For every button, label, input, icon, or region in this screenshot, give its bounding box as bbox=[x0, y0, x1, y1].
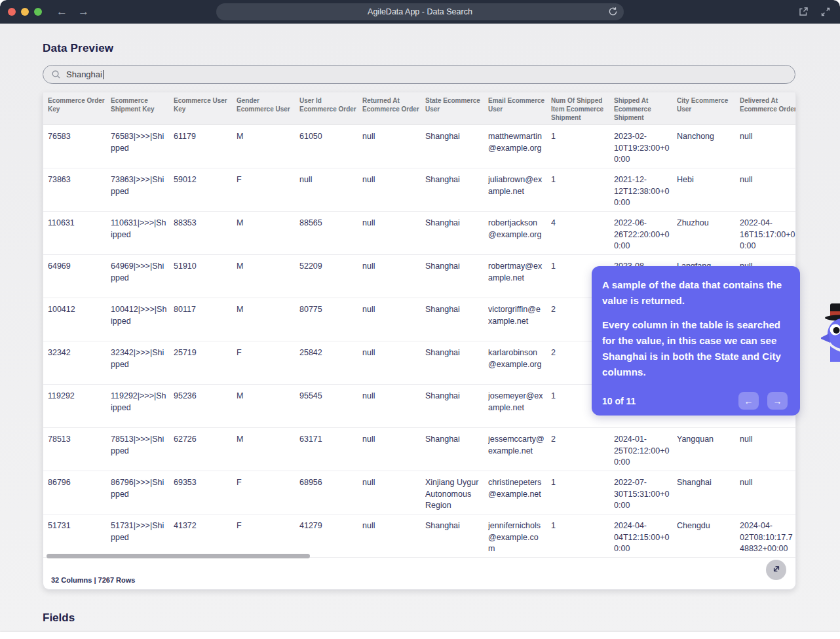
table-cell: 1 bbox=[551, 125, 614, 168]
table-cell: Hebi bbox=[677, 168, 740, 211]
fields-section-title: Fields bbox=[43, 611, 75, 625]
forward-button[interactable]: → bbox=[78, 0, 89, 24]
table-cell: 25842 bbox=[299, 341, 362, 384]
column-header: Ecommerce Order Key bbox=[48, 92, 111, 125]
table-cell: 68956 bbox=[299, 471, 362, 514]
table-cell: 64969|>>>|Shipped bbox=[111, 255, 174, 298]
zoom-window-button[interactable] bbox=[34, 8, 42, 16]
table-row: 7386373863|>>>|Shipped59012FnullnullShan… bbox=[43, 168, 795, 212]
table-cell: null bbox=[362, 298, 425, 341]
table-cell: 64969 bbox=[48, 255, 111, 298]
search-icon bbox=[51, 69, 61, 79]
column-header: Delivered At Ecommerce Order bbox=[740, 92, 796, 125]
horizontal-scrollbar-thumb[interactable] bbox=[47, 554, 310, 558]
expand-table-button[interactable] bbox=[766, 560, 786, 580]
table-cell: 95236 bbox=[174, 385, 237, 427]
table-cell: M bbox=[237, 125, 299, 168]
table-cell: juliabrown@example.net bbox=[488, 168, 551, 211]
url-bar[interactable]: AgileData App - Data Search bbox=[216, 3, 624, 20]
table-cell: Chengdu bbox=[677, 514, 740, 557]
column-header: State Ecommerce User bbox=[425, 92, 488, 125]
table-cell: 2 bbox=[551, 428, 614, 471]
minimize-window-button[interactable] bbox=[21, 8, 29, 16]
table-cell: Shanghai bbox=[425, 168, 488, 211]
window-titlebar: ← → AgileData App - Data Search bbox=[0, 0, 840, 24]
table-cell: Shanghai bbox=[425, 212, 488, 254]
table-cell: 119292 bbox=[48, 385, 111, 427]
table-cell: M bbox=[237, 212, 299, 254]
column-header: Num Of Shipped Item Ecommerce Shipment bbox=[551, 92, 614, 125]
table-cell: 76583|>>>|Shipped bbox=[111, 125, 174, 168]
tooltip-next-button[interactable]: → bbox=[767, 392, 788, 410]
open-external-icon[interactable] bbox=[798, 7, 809, 20]
table-cell: 95545 bbox=[299, 385, 362, 427]
table-cell: 1 bbox=[551, 471, 614, 514]
table-cell: 100412|>>>|Shipped bbox=[111, 298, 174, 341]
table-cell: 69353 bbox=[174, 471, 237, 514]
table-cell: null bbox=[362, 471, 425, 514]
table-cell: robertjackson@example.org bbox=[488, 212, 551, 254]
back-button[interactable]: ← bbox=[56, 0, 67, 24]
table-cell: matthewmartin@example.org bbox=[488, 125, 551, 168]
table-cell: null bbox=[362, 212, 425, 254]
table-cell: Shanghai bbox=[425, 298, 488, 341]
table-cell: 59012 bbox=[174, 168, 237, 211]
table-cell: 80775 bbox=[299, 298, 362, 341]
table-cell: 86796 bbox=[48, 471, 111, 514]
table-cell: 2022-04-16T15:17:00+00:00 bbox=[740, 212, 796, 254]
table-cell: 32342|>>>|Shipped bbox=[111, 341, 174, 384]
table-cell: null bbox=[362, 341, 425, 384]
column-header: Ecommerce Shipment Key bbox=[111, 92, 174, 125]
table-cell: jennifernichols@example.com bbox=[488, 514, 551, 557]
tooltip-prev-button[interactable]: ← bbox=[738, 392, 759, 410]
table-row: 110631110631|>>>|Shipped88353M88565nullS… bbox=[43, 212, 795, 255]
table-cell: Shanghai bbox=[425, 514, 488, 557]
table-cell: 110631 bbox=[48, 212, 111, 254]
table-cell: null bbox=[362, 125, 425, 168]
table-row: 8679686796|>>>|Shipped69353F68956nullXin… bbox=[43, 471, 795, 514]
search-value: Shanghai bbox=[66, 69, 102, 79]
table-cell: 51731|>>>|Shipped bbox=[111, 514, 174, 557]
table-cell: robertmay@example.net bbox=[488, 255, 551, 298]
reload-icon[interactable] bbox=[608, 7, 618, 18]
table-cell: 2022-07-30T15:31:00+00:00 bbox=[614, 471, 677, 514]
table-cell: Zhuzhou bbox=[677, 212, 740, 254]
table-cell: 25719 bbox=[174, 341, 237, 384]
table-cell: Shanghai bbox=[425, 125, 488, 168]
table-cell: null bbox=[362, 514, 425, 557]
fields-section-card bbox=[0, 632, 840, 639]
search-input[interactable]: Shanghai bbox=[43, 65, 795, 84]
column-header: Shipped At Ecommerce Shipment bbox=[614, 92, 677, 125]
table-cell: 1 bbox=[551, 168, 614, 211]
traffic-lights bbox=[8, 8, 42, 16]
table-cell: M bbox=[237, 255, 299, 298]
text-caret bbox=[103, 70, 104, 79]
table-cell: null bbox=[362, 255, 425, 298]
table-cell: jessemccarty@example.net bbox=[488, 428, 551, 471]
table-cell: Xinjiang Uygur Autonomous Region bbox=[425, 471, 488, 514]
browser-window: ← → AgileData App - Data Search Data Pre… bbox=[0, 0, 840, 639]
table-cell: null bbox=[362, 385, 425, 427]
table-cell: 41279 bbox=[299, 514, 362, 557]
table-cell: 88353 bbox=[174, 212, 237, 254]
close-window-button[interactable] bbox=[8, 8, 16, 16]
column-header: City Ecommerce User bbox=[677, 92, 740, 125]
column-header: Gender Ecommerce User bbox=[237, 92, 299, 125]
table-cell: 78513|>>>|Shipped bbox=[111, 428, 174, 471]
column-header: Email Ecommerce User bbox=[488, 92, 551, 125]
column-header: User Id Ecommerce Order bbox=[299, 92, 362, 125]
table-row: 7658376583|>>>|Shipped61179M61050nullSha… bbox=[43, 125, 795, 168]
table-cell: M bbox=[237, 298, 299, 341]
tooltip-text-2: Every column in the table is searched fo… bbox=[602, 317, 788, 380]
fullscreen-icon[interactable] bbox=[820, 7, 831, 20]
table-cell: 63171 bbox=[299, 428, 362, 471]
table-cell: Nanchong bbox=[677, 125, 740, 168]
penguin-tophat-icon bbox=[821, 303, 840, 362]
data-preview-title: Data Preview bbox=[43, 42, 113, 55]
table-cell: null bbox=[740, 168, 796, 211]
table-cell: Shanghai bbox=[425, 385, 488, 427]
table-cell: 73863|>>>|Shipped bbox=[111, 168, 174, 211]
table-cell: 52209 bbox=[299, 255, 362, 298]
table-cell: 4 bbox=[551, 212, 614, 254]
table-cell: null bbox=[362, 168, 425, 211]
